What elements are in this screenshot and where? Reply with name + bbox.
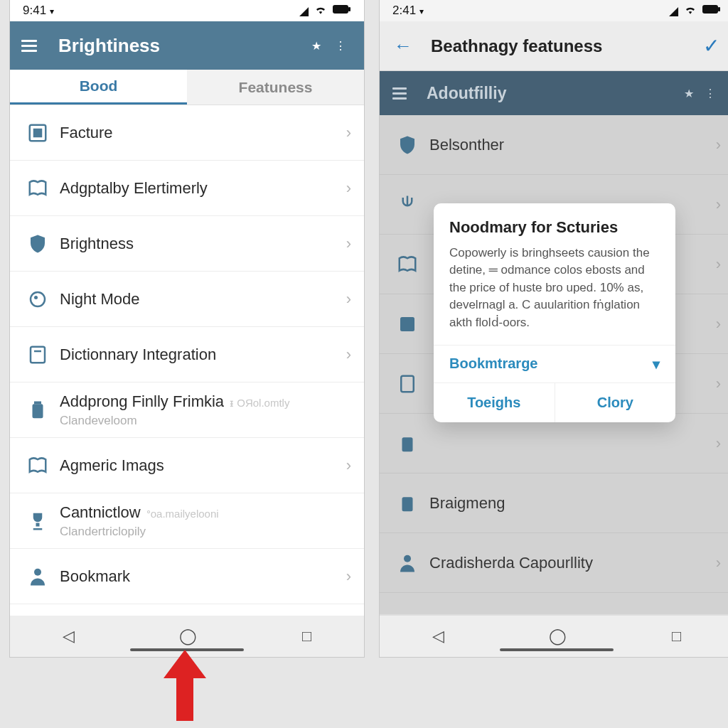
svg-rect-8 — [33, 404, 43, 418]
more-icon[interactable]: ⋮ — [700, 87, 721, 100]
nav-back-icon[interactable]: ◁ — [63, 627, 75, 646]
book-icon — [23, 455, 53, 476]
nav-recent-icon[interactable]: □ — [672, 627, 681, 646]
status-bar: 9:41 ▾ ◢ — [10, 0, 364, 21]
wifi-icon — [684, 4, 697, 18]
list-item-label: Agmeric Imags — [60, 456, 164, 474]
trophy-icon — [23, 510, 53, 532]
status-time: 2:41 ▾ — [392, 4, 424, 18]
status-icons: ◢ — [669, 4, 721, 18]
battery-icon — [702, 4, 721, 18]
list-item[interactable]: Cantnictlowᐤoa.mailyelooni Clandertriclo… — [10, 493, 364, 549]
list-item-label: Adgptalby Elertimerly — [60, 179, 208, 197]
status-time: 9:41 ▾ — [23, 4, 54, 18]
svg-point-10 — [34, 568, 41, 575]
chevron-right-icon: › — [346, 290, 351, 309]
battery-icon — [333, 4, 351, 18]
nav-home-icon[interactable]: ◯ — [549, 627, 567, 646]
dict-icon — [23, 344, 53, 365]
svg-point-5 — [34, 296, 38, 299]
status-bar: 2:41 ▾ ◢ — [380, 0, 728, 21]
svg-rect-12 — [718, 7, 720, 11]
phone-left: 9:41 ▾ ◢ Brightiness ★ ⋮ Bood Featuness … — [10, 0, 364, 657]
dialog-select-label: Bookmtrarge — [449, 355, 537, 372]
list-item-label: Cantnictlowᐤoa.mailyelooni — [60, 503, 219, 521]
chevron-down-icon: ▾ — [653, 355, 660, 373]
shield-icon — [23, 233, 53, 255]
tab-featuness[interactable]: Featuness — [187, 70, 364, 105]
person-icon — [23, 566, 53, 587]
nav-back-icon[interactable]: ◁ — [432, 627, 444, 646]
tab-bood[interactable]: Bood — [10, 70, 187, 105]
nav-home-icon[interactable]: ◯ — [179, 627, 197, 646]
list-item-label: Night Mode — [60, 290, 140, 308]
svg-rect-7 — [34, 350, 41, 352]
list-item-label: Dictionnary Integration — [60, 346, 216, 363]
chevron-right-icon: › — [346, 346, 351, 364]
list-item[interactable]: Agmeric Imags › — [10, 438, 364, 493]
dialog-title: Noodmary for Scturies — [434, 203, 675, 245]
app-bar: Brightiness ★ ⋮ — [10, 21, 364, 70]
secondary-title: Adoutfilliy — [414, 84, 678, 103]
app-title: Brightiness — [46, 35, 304, 57]
hamburger-icon[interactable] — [21, 37, 46, 55]
list-item[interactable]: Night Mode › — [10, 272, 364, 327]
signal-icon: ◢ — [299, 4, 309, 18]
svg-rect-0 — [333, 5, 348, 14]
nav-recent-icon[interactable]: □ — [302, 627, 311, 646]
nav-pill — [500, 648, 614, 651]
chevron-right-icon: › — [346, 235, 351, 253]
back-icon[interactable]: ← — [394, 35, 412, 57]
jar-icon — [23, 400, 53, 421]
tab-bar: Bood Featuness — [10, 70, 364, 105]
list-item-label: Facture — [60, 124, 113, 141]
signal-icon: ◢ — [669, 4, 678, 18]
chevron-right-icon: › — [346, 179, 351, 198]
dialog-actions: Toeighs Clory — [434, 382, 675, 422]
dialog-action-right[interactable]: Clory — [555, 383, 676, 422]
dialog-select[interactable]: Bookmtrarge ▾ — [434, 345, 675, 382]
more-icon[interactable]: ⋮ — [328, 39, 353, 53]
svg-point-4 — [31, 292, 45, 306]
dialog-action-left[interactable]: Toeighs — [434, 383, 555, 422]
app-title: Beathnagy featuness — [412, 36, 703, 56]
app-bar: ← Beathnagy featuness ✓ — [380, 21, 728, 71]
svg-marker-21 — [164, 650, 206, 721]
list-item-label: Brightness — [60, 235, 134, 252]
dialog: Noodmary for Scturies Copowerly is bring… — [434, 203, 675, 422]
svg-rect-9 — [34, 401, 41, 404]
list-item[interactable]: Dictionnary Integration › — [10, 327, 364, 382]
list-item-sub: Clandeveloom — [60, 414, 351, 428]
android-nav-bar: ◁ ◯ □ — [380, 616, 728, 657]
annotation-arrow — [142, 650, 228, 728]
dialog-body: Copowerly is bringhseets causion the det… — [434, 245, 675, 345]
star-icon[interactable]: ★ — [304, 39, 328, 53]
list-item[interactable]: Addprong Finlly Frimkiaᵻ OЯol.omtly Clan… — [10, 382, 364, 438]
chevron-right-icon: › — [346, 456, 351, 475]
book-icon — [23, 178, 53, 199]
moon-icon — [23, 289, 53, 310]
svg-rect-6 — [31, 346, 45, 363]
list-item-label: Addprong Finlly Frimkiaᵻ OЯol.omtly — [60, 392, 289, 410]
list-item[interactable]: Brightness › — [10, 216, 364, 272]
chevron-right-icon: › — [346, 124, 351, 142]
list-item[interactable]: Bookmark › — [10, 549, 364, 604]
wifi-icon — [314, 4, 327, 18]
phone-right: 2:41 ▾ ◢ ← Beathnagy featuness ✓ Adoutfi… — [380, 0, 728, 657]
list-item[interactable]: Adgptalby Elertimerly › — [10, 161, 364, 216]
svg-rect-1 — [348, 7, 350, 11]
confirm-icon[interactable]: ✓ — [703, 34, 719, 58]
grid-icon — [23, 122, 53, 144]
list-item[interactable]: Facture › — [10, 105, 364, 161]
list-item-label: Bookmark — [60, 567, 130, 585]
hamburger-icon[interactable] — [392, 85, 414, 102]
star-icon[interactable]: ★ — [678, 87, 700, 100]
secondary-app-bar: Adoutfilliy ★ ⋮ — [380, 71, 728, 115]
svg-rect-3 — [33, 128, 43, 137]
status-icons: ◢ — [299, 4, 351, 18]
svg-rect-11 — [702, 5, 718, 14]
list-item-sub: Clandertriclopily — [60, 525, 351, 539]
chevron-right-icon: › — [346, 567, 351, 586]
settings-list: Facture › Adgptalby Elertimerly › Bright… — [10, 105, 364, 604]
